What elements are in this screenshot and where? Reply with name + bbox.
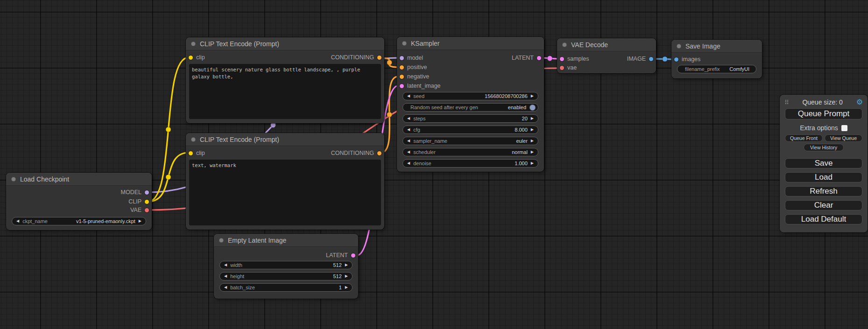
port-dot-conditioning[interactable] [377,56,381,60]
decrement-arrow-icon[interactable]: ◀ [407,128,410,132]
view-history-button[interactable]: View History [804,144,844,151]
node-collapse-dot-icon[interactable] [219,238,224,243]
port-dot-latent[interactable] [351,253,355,258]
save-button[interactable]: Save [785,158,862,168]
port-dot-latent[interactable] [537,56,541,60]
node-collapse-dot-icon[interactable] [191,137,196,142]
increment-arrow-icon[interactable]: ▶ [345,274,348,278]
port-dot-image[interactable] [649,57,653,61]
port-dot-vae[interactable] [560,66,564,70]
increment-arrow-icon[interactable]: ▶ [531,139,534,143]
port-dot-latent[interactable] [560,57,564,61]
prompt-textarea[interactable]: beautiful scenery nature glass bottle la… [189,64,381,119]
increment-arrow-icon[interactable]: ▶ [345,263,348,267]
decrement-arrow-icon[interactable]: ◀ [407,117,410,120]
widget-random-seed[interactable]: Random seed after every gen enabled [402,103,538,112]
output-port-image[interactable]: IMAGE [627,55,653,63]
node-empty-latent-image[interactable]: Empty Latent Image LATENT ◀ width 512 ▶ … [214,234,358,299]
clear-button[interactable]: Clear [785,200,862,210]
decrement-arrow-icon[interactable]: ◀ [407,161,410,165]
node-title-bar: Empty Latent Image [214,234,358,247]
node-collapse-dot-icon[interactable] [562,42,567,47]
increment-arrow-icon[interactable]: ▶ [531,150,534,154]
link-dot [547,56,552,61]
increment-arrow-icon[interactable]: ▶ [531,161,534,165]
increment-arrow-icon[interactable]: ▶ [139,219,141,223]
decrement-arrow-icon[interactable]: ◀ [407,94,410,98]
port-dot-clip[interactable] [145,200,149,204]
port-dot-conditioning[interactable] [377,151,381,155]
prompt-textarea[interactable]: text, watermark [189,160,381,225]
load-default-button[interactable]: Load Default [785,214,862,224]
view-queue-button[interactable]: View Queue [825,134,862,142]
input-port-positive[interactable]: positive [400,63,427,71]
input-port-vae[interactable]: vae [560,63,577,72]
widget-height[interactable]: ◀ height 512 ▶ [219,272,353,280]
output-port-latent[interactable]: LATENT [512,54,541,62]
widget-cfg[interactable]: ◀ cfg 8.000 ▶ [402,126,538,134]
decrement-arrow-icon[interactable]: ◀ [407,139,410,143]
drag-handle-icon[interactable]: ⠿ [784,99,789,106]
port-dot-image[interactable] [674,57,678,62]
port-dot-latent[interactable] [400,84,404,88]
port-dot-vae[interactable] [145,208,149,212]
decrement-arrow-icon[interactable]: ◀ [224,274,227,278]
queue-front-button[interactable]: Queue Front [785,134,823,142]
node-save-image[interactable]: Save Image images filename_prefix ComfyU… [671,40,762,78]
output-port-conditioning[interactable]: CONDITIONING [331,53,381,62]
output-port-latent[interactable]: LATENT [326,251,355,259]
decrement-arrow-icon[interactable]: ◀ [16,219,19,223]
node-ksampler[interactable]: KSampler model positive negative latent_… [397,37,544,172]
load-button[interactable]: Load [785,172,862,182]
output-port-clip[interactable]: CLIP [128,197,149,206]
input-port-negative[interactable]: negative [400,72,429,81]
widget-seed[interactable]: ◀ seed 156680208700286 ▶ [402,92,538,100]
random-seed-toggle-icon[interactable] [529,105,536,111]
port-dot-model[interactable] [400,56,404,60]
input-port-samples[interactable]: samples [560,55,589,63]
extra-options-checkbox[interactable] [841,125,847,131]
decrement-arrow-icon[interactable]: ◀ [407,150,410,154]
input-port-model[interactable]: model [400,54,423,62]
port-dot-conditioning[interactable] [400,75,404,79]
output-port-vae[interactable]: VAE [130,206,149,214]
node-collapse-dot-icon[interactable] [11,177,16,182]
widget-steps[interactable]: ◀ steps 20 ▶ [402,114,538,123]
node-clip-text-encode-negative[interactable]: CLIP Text Encode (Prompt) clip CONDITION… [186,133,384,230]
node-collapse-dot-icon[interactable] [677,44,681,49]
widget-batch-size[interactable]: ◀ batch_size 1 ▶ [219,283,353,292]
widget-ckpt-name[interactable]: ◀ ckpt_name v1-5-pruned-emaonly.ckpt ▶ [12,217,146,225]
widget-filename-prefix[interactable]: filename_prefix ComfyUI [677,65,756,73]
widget-width[interactable]: ◀ width 512 ▶ [219,261,353,269]
input-port-clip[interactable]: clip [189,53,205,62]
widget-sampler-name[interactable]: ◀ sampler_name euler ▶ [402,137,538,145]
node-collapse-dot-icon[interactable] [191,42,196,46]
widget-denoise[interactable]: ◀ denoise 1.000 ▶ [402,159,538,168]
increment-arrow-icon[interactable]: ▶ [345,286,348,289]
node-load-checkpoint[interactable]: Load Checkpoint MODEL CLIP VAE ◀ ckpt_na… [6,173,152,230]
port-dot-model[interactable] [145,190,149,195]
node-collapse-dot-icon[interactable] [402,41,407,46]
refresh-button[interactable]: Refresh [785,186,862,196]
link-dot [166,127,171,132]
decrement-arrow-icon[interactable]: ◀ [224,286,227,289]
widget-scheduler[interactable]: ◀ scheduler normal ▶ [402,148,538,156]
graph-canvas[interactable]: Load Checkpoint MODEL CLIP VAE ◀ ckpt_na… [0,0,868,329]
output-port-model[interactable]: MODEL [121,188,149,196]
input-port-clip[interactable]: clip [189,149,205,157]
node-title-bar: VAE Decode [557,38,656,51]
input-port-images[interactable]: images [674,55,700,63]
decrement-arrow-icon[interactable]: ◀ [224,263,227,267]
output-port-conditioning[interactable]: CONDITIONING [331,149,381,157]
increment-arrow-icon[interactable]: ▶ [531,128,534,132]
port-dot-conditioning[interactable] [400,65,404,70]
gear-icon[interactable]: ⚙ [856,98,863,106]
input-port-latent-image[interactable]: latent_image [400,82,441,90]
queue-prompt-button[interactable]: Queue Prompt [785,108,862,119]
node-vae-decode[interactable]: VAE Decode samples vae IMAGE [557,38,656,73]
port-dot-clip[interactable] [189,56,193,60]
port-dot-clip[interactable] [189,151,193,155]
increment-arrow-icon[interactable]: ▶ [531,117,534,120]
increment-arrow-icon[interactable]: ▶ [531,94,534,98]
node-clip-text-encode-positive[interactable]: CLIP Text Encode (Prompt) clip CONDITION… [186,37,384,123]
